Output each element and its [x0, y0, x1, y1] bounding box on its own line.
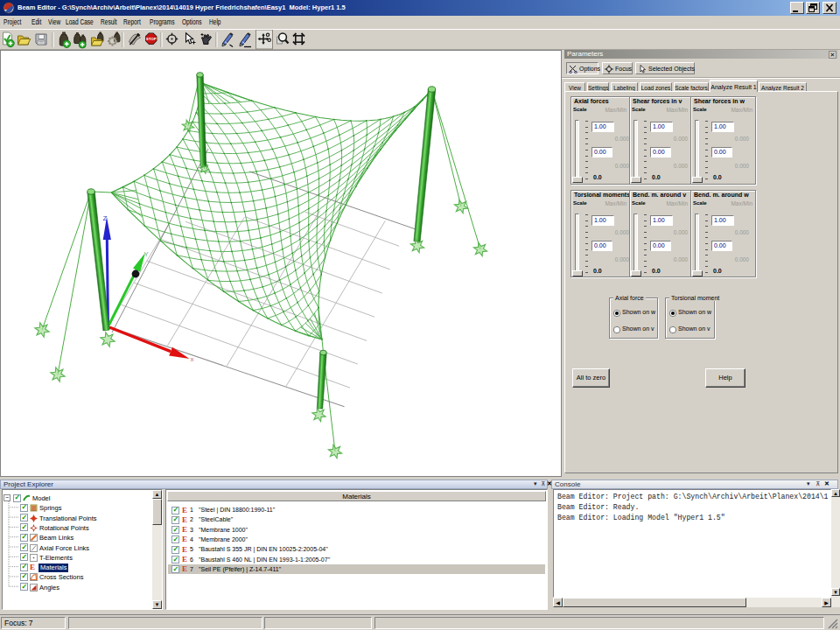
svg-text:Z: Z [103, 214, 108, 222]
svg-text:x: x [191, 355, 194, 363]
svg-text:Y: Y [144, 250, 150, 258]
svg-text:STOP: STOP [146, 37, 157, 41]
